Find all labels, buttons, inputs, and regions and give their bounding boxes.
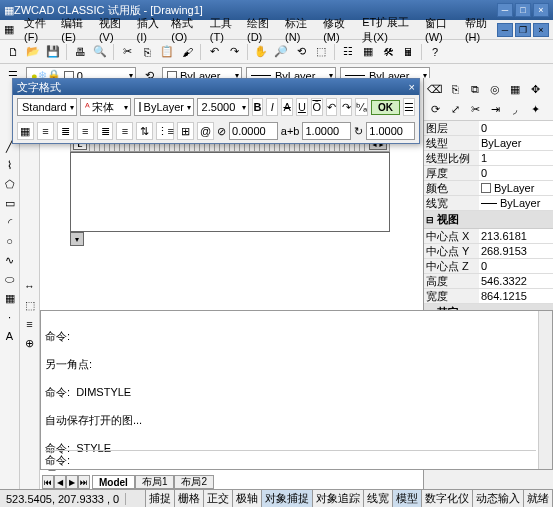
preview-icon[interactable]: 🔍 [91, 43, 109, 61]
align-center-button[interactable]: ≣ [57, 122, 74, 140]
align-right-button[interactable]: ≡ [77, 122, 94, 140]
text-ok-button[interactable]: OK [371, 100, 400, 115]
justify-button[interactable]: ▦ [17, 122, 34, 140]
designcenter-icon[interactable]: ▦ [359, 43, 377, 61]
doc-restore-button[interactable]: ❐ [515, 23, 531, 37]
explode-icon[interactable]: ✦ [526, 100, 544, 118]
zoom-prev-icon[interactable]: ⟲ [292, 43, 310, 61]
new-icon[interactable]: 🗋 [4, 43, 22, 61]
strike-button[interactable]: A [281, 98, 293, 116]
offset-icon[interactable]: ◎ [486, 80, 504, 98]
prop-h-v[interactable]: 546.3322 [479, 274, 553, 288]
toggle-otrack[interactable]: 对象追踪 [312, 489, 364, 507]
prop-cx-v[interactable]: 213.6181 [479, 229, 553, 243]
array-icon[interactable]: ▦ [506, 80, 524, 98]
redo-icon[interactable]: ↷ [225, 43, 243, 61]
numbering-button[interactable]: ⋮≡ [156, 122, 174, 140]
toggle-snap[interactable]: 捕捉 [145, 489, 175, 507]
align-justify-button[interactable]: ≣ [97, 122, 114, 140]
save-icon[interactable]: 💾 [44, 43, 62, 61]
scale-icon[interactable]: ⤢ [446, 100, 464, 118]
copy2-icon[interactable]: ⎘ [446, 80, 464, 98]
pan-icon[interactable]: ✋ [252, 43, 270, 61]
print-icon[interactable]: 🖶 [71, 43, 89, 61]
spline-icon[interactable]: ∿ [2, 252, 18, 268]
zoom-window-icon[interactable]: ⬚ [312, 43, 330, 61]
maximize-button[interactable]: □ [515, 3, 531, 17]
menu-dim[interactable]: 标注(N) [279, 14, 317, 45]
mtext-textbox[interactable] [70, 152, 390, 232]
menu-format[interactable]: 格式(O) [165, 14, 204, 45]
hatch-icon[interactable]: ▦ [2, 290, 18, 306]
menu-edit[interactable]: 编辑(E) [55, 14, 93, 45]
match-icon[interactable]: 🖌 [178, 43, 196, 61]
align-left-button[interactable]: ≡ [37, 122, 54, 140]
tab-model[interactable]: Model [92, 475, 135, 489]
mtext-resize-grip[interactable]: ▾ [70, 232, 84, 246]
doc-close-button[interactable]: × [533, 23, 549, 37]
command-console[interactable]: 命令: 另一角点: 命令: DIMSTYLE 自动保存打开的图... 命令: S… [40, 310, 553, 470]
prop-lt-v[interactable]: ByLayer [479, 136, 553, 150]
menu-modify[interactable]: 修改(M) [317, 14, 356, 45]
tab-next-button[interactable]: ▶ [66, 475, 78, 489]
menu-tools[interactable]: 工具(T) [204, 14, 241, 45]
prop-cz-v[interactable]: 0 [479, 259, 553, 273]
toggle-model[interactable]: 模型 [392, 489, 422, 507]
linespacing-button[interactable]: ⇅ [136, 122, 153, 140]
menu-et[interactable]: ET扩展工具(X) [356, 13, 419, 47]
toggle-dyn[interactable]: 动态输入 [472, 489, 524, 507]
zoom-icon[interactable]: 🔎 [272, 43, 290, 61]
oblique-field[interactable]: 1.0000 [366, 122, 415, 140]
pline-icon[interactable]: ⌇ [2, 157, 18, 173]
symbol-button[interactable]: @ [197, 122, 214, 140]
point-icon[interactable]: · [2, 309, 18, 325]
text-icon[interactable]: A [2, 328, 18, 344]
text-height-dropdown[interactable]: 2.5000 [197, 98, 249, 116]
help-icon[interactable]: ? [426, 43, 444, 61]
extend-icon[interactable]: ⇥ [486, 100, 504, 118]
move-icon[interactable]: ✥ [526, 80, 544, 98]
prop-lw-v[interactable]: ByLayer [479, 196, 553, 210]
tab-first-button[interactable]: ⏮ [42, 475, 54, 489]
erase-icon[interactable]: ⌫ [426, 80, 444, 98]
mtext-editor[interactable]: L ◄► [70, 136, 390, 232]
toggle-polar[interactable]: 极轴 [232, 489, 262, 507]
status-coords[interactable]: 523.5405, 207.9333 , 0 [0, 493, 126, 505]
tab-layout1[interactable]: 布局1 [135, 475, 175, 489]
toggle-ortho[interactable]: 正交 [203, 489, 233, 507]
undo-text-button[interactable]: ↶ [326, 98, 338, 116]
tracking-field[interactable]: 0.0000 [229, 122, 278, 140]
prop-col-v[interactable]: ByLayer [479, 181, 553, 195]
bold-button[interactable]: B [252, 98, 264, 116]
fillet-icon[interactable]: ◞ [506, 100, 524, 118]
italic-button[interactable]: I [266, 98, 278, 116]
rect-icon[interactable]: ▭ [2, 195, 18, 211]
tab-layout2[interactable]: 布局2 [174, 475, 214, 489]
polygon-icon[interactable]: ⬠ [2, 176, 18, 192]
minimize-button[interactable]: ─ [497, 3, 513, 17]
underline-button[interactable]: U [296, 98, 308, 116]
copy-icon[interactable]: ⎘ [138, 43, 156, 61]
prop-lts-v[interactable]: 1 [479, 151, 553, 165]
text-font-dropdown[interactable]: ᴬ宋体 [80, 98, 131, 116]
width-factor-field[interactable]: 1.0000 [302, 122, 351, 140]
list-icon[interactable]: ≡ [22, 316, 38, 332]
toggle-grid[interactable]: 栅格 [174, 489, 204, 507]
field-button[interactable]: ⊞ [177, 122, 194, 140]
tool-icon[interactable]: 🛠 [379, 43, 397, 61]
prop-thk-v[interactable]: 0 [479, 166, 553, 180]
toggle-osnap[interactable]: 对象捕捉 [261, 489, 313, 507]
menu-file[interactable]: 文件(F) [18, 14, 55, 45]
properties-icon[interactable]: ☷ [339, 43, 357, 61]
menu-draw[interactable]: 绘图(D) [241, 14, 279, 45]
menu-view[interactable]: 视图(V) [93, 14, 131, 45]
align-dist-button[interactable]: ≡ [116, 122, 133, 140]
menu-help[interactable]: 帮助(H) [459, 14, 497, 45]
cut-icon[interactable]: ✂ [118, 43, 136, 61]
open-icon[interactable]: 📂 [24, 43, 42, 61]
arc-icon[interactable]: ◜ [2, 214, 18, 230]
close-button[interactable]: × [533, 3, 549, 17]
dist-icon[interactable]: ↔ [22, 278, 38, 294]
calc-icon[interactable]: 🖩 [399, 43, 417, 61]
toggle-tablet[interactable]: 数字化仪 [421, 489, 473, 507]
